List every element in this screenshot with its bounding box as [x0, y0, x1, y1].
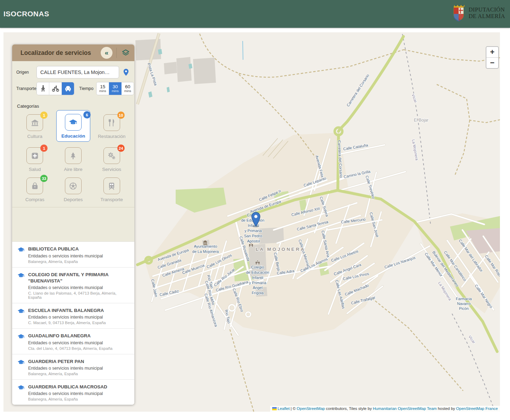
result-address: C. Llano de las Palomas, 4, 04713 Berja,…: [28, 291, 129, 299]
map-label: Picón: [459, 306, 469, 311]
train-icon: [107, 182, 116, 190]
category-label: Transporte: [100, 197, 123, 202]
app-title: ISOCRONAS: [3, 10, 49, 18]
result-subtitle: Entidades o servicios interés municipal: [28, 340, 129, 345]
result-address: Balanegra, Almería, España: [28, 397, 129, 401]
map-label: Ángel: [253, 286, 262, 290]
time-60-button[interactable]: 60mins: [122, 82, 134, 95]
result-item-colegio-de-infantil-y-primaria-buenavista[interactable]: COLEGIO DE INFANTIL Y PRIMARIA "BUENAVIS…: [12, 267, 134, 303]
time-15-button[interactable]: 15mins: [97, 82, 109, 95]
category-badge: 1: [40, 145, 48, 152]
result-subtitle: Entidades o servicios interés municipal: [28, 285, 129, 290]
result-item-guarderia-peter-pan[interactable]: GUARDERIA PETER PAN Entidades o servicio…: [12, 354, 134, 380]
result-item-biblioteca-publica[interactable]: BIBLIOTECA PUBLICA Entidades o servicios…: [12, 242, 134, 267]
category-label: Aire libre: [64, 167, 82, 172]
category-label: Servicios: [102, 167, 121, 172]
map-label: y Primaria: [249, 281, 266, 285]
osmfr-link[interactable]: OpenStreetMap France: [456, 406, 498, 411]
museum-icon: [31, 118, 39, 127]
map-attribution: Leaflet | © OpenStreetMap contributors, …: [270, 406, 500, 412]
header-divider: [116, 48, 117, 58]
zoom-in-button[interactable]: +: [486, 47, 498, 58]
category-label: Cultura: [27, 134, 43, 139]
category-servicios[interactable]: 24 Servicios: [102, 145, 121, 172]
category-cultura[interactable]: 1 Cultura: [26, 112, 43, 139]
map-label: Infantil: [252, 275, 263, 280]
map-canvas[interactable]: Pista La PistaCarretera del CorsarioCarr…: [3, 32, 500, 412]
category-transporte[interactable]: Transporte: [100, 175, 123, 202]
result-title: COLEGIO DE INFANTIL Y PRIMARIA "BUENAVIS…: [28, 272, 129, 284]
map-label: y Primaria: [244, 229, 262, 233]
ball-icon: [69, 182, 77, 190]
transport-walk-button[interactable]: [37, 82, 49, 95]
ukraine-flag-icon: [272, 407, 277, 410]
service-locator-panel: Localizador de servicios « Origen CALLE …: [12, 44, 134, 405]
bike-icon: [52, 85, 59, 92]
collapse-panel-button[interactable]: «: [101, 47, 112, 59]
graduation-cap-icon: [17, 333, 25, 340]
map-label: La Mojonera: [411, 139, 419, 161]
category-restauracion[interactable]: 10 Restauración: [98, 112, 126, 139]
category-deportes[interactable]: Deportes: [64, 175, 83, 202]
app-header: ISOCRONAS DIPUTACIÓN DE ALMERÍA: [0, 0, 510, 28]
graduation-cap-icon: [17, 384, 25, 392]
osm-link[interactable]: OpenStreetMap: [297, 406, 325, 411]
category-salud[interactable]: 1 Salud: [26, 145, 43, 172]
origin-label: Origen: [16, 70, 36, 75]
category-educacion[interactable]: 6 Educación: [56, 110, 90, 142]
walk-icon: [39, 85, 47, 92]
map-label: Carretera del Corsario: [346, 73, 370, 107]
result-title: BIBLIOTECA PUBLICA: [28, 246, 129, 252]
category-label: Educación: [61, 133, 85, 139]
graduation-cap-icon: [17, 308, 25, 315]
map-label: Navarro: [457, 302, 470, 306]
transport-bike-button[interactable]: [49, 82, 62, 95]
time-30-button[interactable]: 30mins: [109, 82, 122, 95]
transport-label: Transporte: [16, 86, 36, 91]
time-label: Tiempo: [79, 86, 93, 91]
map-label: Vícar: [411, 93, 418, 104]
zoom-out-button[interactable]: −: [486, 58, 498, 68]
result-item-escuela-infantil-balanegra[interactable]: ESCUELA INFANTIL BALANEGRA Entidades o s…: [12, 303, 134, 329]
transport-mode-group: [36, 82, 74, 95]
category-compras[interactable]: 33 Compras: [25, 175, 44, 202]
search-controls: Origen CALLE FUENTES, La Mojon… Transpor…: [12, 61, 134, 101]
result-subtitle: Entidades o servicios interés municipal: [28, 366, 129, 371]
result-address: C. Macael, 9, 04713 Berja, Almería, Espa…: [28, 321, 129, 325]
map-label: Frígola: [252, 291, 264, 295]
result-address: Balanegra, Almería, España: [28, 260, 129, 264]
result-subtitle: Entidades o servicios interés municipal: [28, 254, 129, 258]
graduation-cap-icon: [17, 272, 25, 279]
category-aire-libre[interactable]: Aire libre: [64, 145, 82, 172]
map-label: Apóstol: [247, 239, 260, 243]
grad-icon: [69, 118, 77, 127]
result-address: Cta. del Llano, 4, 04713 Berja, Almería,…: [28, 346, 129, 351]
category-badge: 1: [40, 112, 48, 119]
map-label: El Bojar: [414, 118, 428, 123]
category-badge: 6: [83, 111, 91, 118]
categories-grid: 1 Cultura 6 Educación 10 Restauración 1 …: [12, 110, 134, 207]
category-label: Compras: [25, 197, 44, 202]
result-title: ESCUELA INFANTIL BALANEGRA: [28, 307, 129, 314]
tree-icon: [69, 151, 77, 160]
category-label: Salud: [29, 167, 41, 172]
map-label: Farmacia: [456, 297, 472, 301]
hot-link[interactable]: Humanitarian OpenStreetMap Team: [373, 406, 437, 411]
map-zoom-control: + −: [486, 46, 499, 69]
leaflet-link[interactable]: Leaflet: [278, 406, 290, 411]
map-label: San Pedro: [244, 234, 262, 238]
location-pin-icon[interactable]: [122, 68, 130, 76]
gears-icon: [107, 151, 116, 160]
origin-input[interactable]: CALLE FUENTES, La Mojon…: [36, 66, 119, 79]
result-item-guadalinfo-balanegra[interactable]: GUADALINFO BALANEGRA Entidades o servici…: [12, 329, 134, 354]
result-item-guarderia-publica-macrosad[interactable]: GUARDERIA PUBLICA MACROSAD Entidades o s…: [12, 380, 134, 405]
panel-header: Localizador de servicios «: [12, 44, 134, 61]
coat-of-arms-icon: [452, 3, 466, 23]
transport-car-button[interactable]: [62, 82, 74, 95]
result-title: GUARDERIA PUBLICA MACROSAD: [28, 384, 129, 390]
result-subtitle: Entidades o servicios interés municipal: [28, 391, 129, 396]
layers-button[interactable]: [120, 48, 131, 58]
result-title: GUARDERIA PETER PAN: [28, 359, 129, 365]
bag-icon: [31, 182, 39, 190]
health-icon: [31, 151, 39, 160]
